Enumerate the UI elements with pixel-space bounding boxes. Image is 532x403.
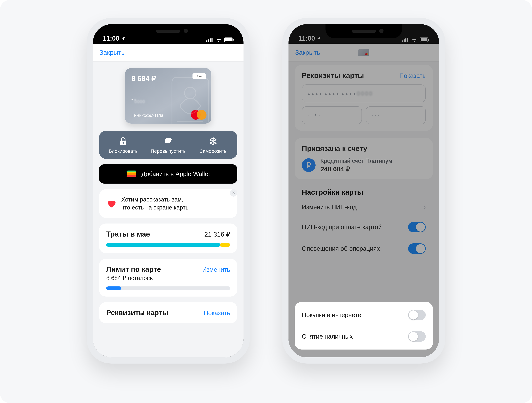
status-time: 11:00	[103, 35, 119, 42]
spending-card[interactable]: Траты в мае 21 316 ₽	[99, 224, 237, 253]
svg-rect-6	[233, 39, 234, 41]
showcase-panel: 11:00 Закрыть	[0, 0, 532, 403]
linked-account-card[interactable]: Привязана к счету ₽ Кредитный счет Плати…	[295, 138, 433, 179]
heart-icon	[106, 198, 116, 209]
info-banner[interactable]: Хотим рассказать вам, что есть на экране…	[99, 189, 237, 218]
pin-on-pay-toggle[interactable]	[408, 222, 426, 232]
linked-account-balance: 248 684 ₽	[320, 165, 392, 173]
phone-left: 11:00 Закрыть	[87, 18, 250, 364]
notify-toggle[interactable]	[408, 243, 426, 254]
limit-progress	[106, 287, 230, 290]
settings-modal-sheet: Покупки в интернете Снятие наличных	[295, 302, 433, 350]
svg-rect-10	[404, 39, 405, 42]
snowflake-icon	[209, 137, 218, 146]
card-preview[interactable]: 8 684 ₽ Pay 0000 Тинькофф Пла	[99, 68, 237, 124]
card-pan-mask: 0000	[132, 99, 136, 100]
spending-progress	[106, 243, 230, 247]
svg-point-8	[184, 87, 196, 99]
svg-rect-2	[210, 38, 211, 42]
ruble-badge-icon: ₽	[302, 158, 316, 172]
limit-change-button[interactable]: Изменить	[202, 266, 230, 273]
cellular-icon	[206, 38, 213, 42]
battery-icon	[224, 38, 234, 42]
card-expiry-field[interactable]: ·· / ··	[302, 106, 362, 124]
cash-withdrawal-row: Снятие наличных	[295, 326, 433, 347]
online-purchases-row: Покупки в интернете	[295, 304, 433, 326]
reissue-icon	[164, 137, 173, 146]
reissue-card-button[interactable]: Перевыпустить	[146, 137, 190, 154]
svg-rect-11	[405, 38, 406, 42]
phone-right: 11:00 Закрыть	[282, 18, 445, 364]
svg-rect-3	[212, 38, 213, 42]
linked-account-title: Привязана к счету	[302, 144, 426, 153]
nav-card-thumbnail[interactable]	[358, 49, 369, 56]
svg-rect-1	[208, 39, 209, 42]
card-actions: Блокировать Перевыпустить Заморозить	[99, 131, 237, 159]
chevron-right-icon: ›	[424, 204, 426, 211]
card-product-name: Тинькофф Пла	[132, 113, 164, 118]
add-to-wallet-button[interactable]: Добавить в Apple Wallet	[99, 164, 237, 184]
location-icon	[317, 36, 321, 41]
change-pin-row[interactable]: Изменить ПИН-код ›	[295, 198, 433, 216]
requisites-show-button[interactable]: Показать	[204, 310, 230, 317]
card-number-field[interactable]: 0000	[302, 84, 426, 102]
requisites-show-button[interactable]: Показать	[399, 72, 426, 79]
card-artwork	[164, 75, 211, 124]
requisites-card: Реквизиты карты Показать 0000	[295, 65, 433, 131]
freeze-card-button[interactable]: Заморозить	[191, 137, 235, 154]
svg-rect-14	[421, 38, 427, 41]
location-icon	[121, 36, 126, 41]
spending-title: Траты в мае	[106, 230, 150, 238]
linked-account-name: Кредитный счет Платинум	[320, 158, 392, 164]
notify-row: Оповещения об операциях	[295, 238, 433, 259]
apple-wallet-icon	[126, 170, 137, 178]
close-button[interactable]: Закрыть	[295, 49, 320, 56]
svg-rect-12	[407, 38, 408, 42]
limit-card[interactable]: Лимит по карте Изменить 8 684 ₽ осталось	[99, 259, 237, 297]
close-icon	[232, 191, 235, 195]
lock-icon	[119, 137, 128, 146]
requisites-card-peek[interactable]: Реквизиты карты Показать	[99, 302, 237, 323]
svg-rect-9	[402, 40, 403, 42]
block-card-button[interactable]: Блокировать	[101, 137, 146, 154]
settings-title: Настройки карты	[295, 186, 433, 198]
wifi-icon	[411, 38, 418, 42]
battery-icon	[420, 38, 429, 42]
requisites-title: Реквизиты карты	[302, 71, 364, 80]
svg-rect-5	[225, 38, 232, 41]
pin-on-pay-row: ПИН-код при оплате картой	[295, 216, 433, 238]
requisites-title: Реквизиты карты	[106, 309, 168, 317]
cellular-icon	[402, 38, 409, 42]
online-purchases-toggle[interactable]	[408, 310, 426, 320]
spending-amount: 21 316 ₽	[204, 230, 230, 238]
card-settings-section: Настройки карты Изменить ПИН-код › ПИН-к…	[295, 186, 433, 259]
limit-remaining: 8 684 ₽ осталось	[106, 275, 230, 281]
limit-title: Лимит по карте	[106, 265, 161, 273]
nav-bar: Закрыть	[289, 44, 439, 62]
svg-rect-15	[428, 39, 429, 41]
banner-close-button[interactable]	[230, 189, 237, 197]
svg-rect-0	[206, 40, 207, 42]
status-time: 11:00	[298, 35, 315, 42]
close-button[interactable]: Закрыть	[99, 49, 125, 56]
svg-rect-7	[172, 77, 209, 124]
cash-withdrawal-toggle[interactable]	[408, 331, 426, 342]
card-cvc-field[interactable]: ···	[366, 106, 426, 124]
wifi-icon	[215, 38, 222, 42]
nav-bar: Закрыть	[93, 44, 243, 62]
